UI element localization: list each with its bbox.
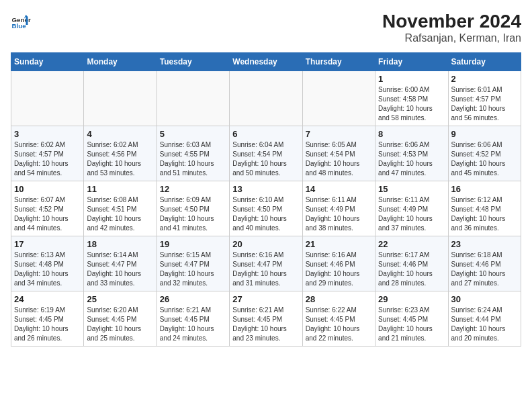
day-number: 21	[306, 239, 372, 249]
weekday-header-monday: Monday	[84, 53, 157, 71]
day-number: 8	[378, 129, 445, 139]
calendar-cell: 9Sunrise: 6:06 AMSunset: 4:52 PMDaylight…	[448, 126, 521, 181]
calendar-cell	[230, 71, 302, 126]
calendar-cell: 2Sunrise: 6:01 AMSunset: 4:57 PMDaylight…	[448, 71, 521, 126]
calendar-cell: 12Sunrise: 6:09 AMSunset: 4:50 PMDayligh…	[157, 181, 229, 236]
day-number: 4	[87, 129, 153, 139]
calendar-table: SundayMondayTuesdayWednesdayThursdayFrid…	[11, 52, 521, 347]
day-info: Sunrise: 6:09 AMSunset: 4:50 PMDaylight:…	[160, 195, 226, 233]
calendar-cell: 19Sunrise: 6:15 AMSunset: 4:47 PMDayligh…	[157, 236, 229, 291]
day-info: Sunrise: 6:03 AMSunset: 4:55 PMDaylight:…	[160, 140, 226, 178]
day-info: Sunrise: 6:15 AMSunset: 4:47 PMDaylight:…	[160, 250, 226, 288]
day-info: Sunrise: 6:21 AMSunset: 4:45 PMDaylight:…	[160, 306, 226, 343]
page-header: General Blue November 2024 Rafsanjan, Ke…	[11, 11, 521, 44]
calendar-cell: 4Sunrise: 6:02 AMSunset: 4:56 PMDaylight…	[84, 126, 157, 181]
day-info: Sunrise: 6:02 AMSunset: 4:56 PMDaylight:…	[87, 140, 153, 178]
day-info: Sunrise: 6:01 AMSunset: 4:57 PMDaylight:…	[451, 85, 518, 123]
calendar-cell: 8Sunrise: 6:06 AMSunset: 4:53 PMDaylight…	[375, 126, 448, 181]
day-number: 24	[14, 294, 81, 304]
page-subtitle: Rafsanjan, Kerman, Iran	[382, 32, 521, 44]
day-info: Sunrise: 6:13 AMSunset: 4:48 PMDaylight:…	[14, 250, 81, 288]
day-number: 17	[14, 239, 81, 249]
day-number: 18	[87, 239, 153, 249]
day-number: 3	[14, 129, 81, 139]
day-number: 6	[232, 129, 299, 139]
weekday-header-saturday: Saturday	[448, 53, 521, 71]
weekday-header-tuesday: Tuesday	[157, 53, 229, 71]
day-info: Sunrise: 6:02 AMSunset: 4:57 PMDaylight:…	[14, 140, 81, 178]
day-info: Sunrise: 6:17 AMSunset: 4:46 PMDaylight:…	[378, 250, 445, 288]
day-info: Sunrise: 6:21 AMSunset: 4:45 PMDaylight:…	[232, 306, 299, 343]
page-title: November 2024	[382, 11, 521, 32]
day-info: Sunrise: 6:22 AMSunset: 4:45 PMDaylight:…	[306, 306, 372, 343]
day-number: 22	[378, 239, 445, 249]
day-number: 1	[378, 74, 445, 84]
day-info: Sunrise: 6:06 AMSunset: 4:52 PMDaylight:…	[451, 140, 518, 178]
day-info: Sunrise: 6:12 AMSunset: 4:48 PMDaylight:…	[451, 195, 518, 233]
day-number: 19	[160, 239, 226, 249]
day-number: 25	[87, 294, 153, 304]
day-number: 2	[451, 74, 518, 84]
day-number: 30	[451, 294, 518, 304]
day-info: Sunrise: 6:19 AMSunset: 4:45 PMDaylight:…	[14, 306, 81, 343]
calendar-cell: 11Sunrise: 6:08 AMSunset: 4:51 PMDayligh…	[84, 181, 157, 236]
calendar-cell: 16Sunrise: 6:12 AMSunset: 4:48 PMDayligh…	[448, 181, 521, 236]
day-number: 23	[451, 239, 518, 249]
day-info: Sunrise: 6:00 AMSunset: 4:58 PMDaylight:…	[378, 85, 445, 123]
calendar-cell: 10Sunrise: 6:07 AMSunset: 4:52 PMDayligh…	[11, 181, 84, 236]
calendar-cell: 3Sunrise: 6:02 AMSunset: 4:57 PMDaylight…	[11, 126, 84, 181]
calendar-cell: 25Sunrise: 6:20 AMSunset: 4:45 PMDayligh…	[84, 291, 157, 347]
day-info: Sunrise: 6:11 AMSunset: 4:49 PMDaylight:…	[306, 195, 372, 233]
calendar-cell: 14Sunrise: 6:11 AMSunset: 4:49 PMDayligh…	[302, 181, 375, 236]
calendar-cell	[11, 71, 84, 126]
calendar-cell: 27Sunrise: 6:21 AMSunset: 4:45 PMDayligh…	[230, 291, 302, 347]
day-info: Sunrise: 6:18 AMSunset: 4:46 PMDaylight:…	[451, 250, 518, 288]
calendar-cell	[302, 71, 375, 126]
day-number: 29	[378, 294, 445, 304]
calendar-cell: 5Sunrise: 6:03 AMSunset: 4:55 PMDaylight…	[157, 126, 229, 181]
day-number: 27	[232, 294, 299, 304]
title-block: November 2024 Rafsanjan, Kerman, Iran	[382, 11, 521, 44]
day-info: Sunrise: 6:05 AMSunset: 4:54 PMDaylight:…	[306, 140, 372, 178]
weekday-header-wednesday: Wednesday	[230, 53, 302, 71]
logo-icon: General Blue	[11, 11, 31, 31]
day-info: Sunrise: 6:11 AMSunset: 4:49 PMDaylight:…	[378, 195, 445, 233]
day-info: Sunrise: 6:08 AMSunset: 4:51 PMDaylight:…	[87, 195, 153, 233]
day-number: 9	[451, 129, 518, 139]
day-info: Sunrise: 6:14 AMSunset: 4:47 PMDaylight:…	[87, 250, 153, 288]
day-info: Sunrise: 6:20 AMSunset: 4:45 PMDaylight:…	[87, 306, 153, 343]
day-number: 15	[378, 184, 445, 194]
weekday-header-thursday: Thursday	[302, 53, 375, 71]
calendar-cell: 13Sunrise: 6:10 AMSunset: 4:50 PMDayligh…	[230, 181, 302, 236]
day-info: Sunrise: 6:04 AMSunset: 4:54 PMDaylight:…	[232, 140, 299, 178]
day-number: 28	[306, 294, 372, 304]
day-number: 5	[160, 129, 226, 139]
calendar-cell: 26Sunrise: 6:21 AMSunset: 4:45 PMDayligh…	[157, 291, 229, 347]
day-number: 20	[232, 239, 299, 249]
calendar-cell: 21Sunrise: 6:16 AMSunset: 4:46 PMDayligh…	[302, 236, 375, 291]
calendar-cell: 6Sunrise: 6:04 AMSunset: 4:54 PMDaylight…	[230, 126, 302, 181]
calendar-cell: 22Sunrise: 6:17 AMSunset: 4:46 PMDayligh…	[375, 236, 448, 291]
logo: General Blue	[11, 11, 31, 31]
calendar-cell	[157, 71, 229, 126]
calendar-cell: 20Sunrise: 6:16 AMSunset: 4:47 PMDayligh…	[230, 236, 302, 291]
weekday-header-friday: Friday	[375, 53, 448, 71]
day-number: 16	[451, 184, 518, 194]
calendar-cell: 23Sunrise: 6:18 AMSunset: 4:46 PMDayligh…	[448, 236, 521, 291]
day-number: 7	[306, 129, 372, 139]
day-number: 13	[232, 184, 299, 194]
calendar-cell: 29Sunrise: 6:23 AMSunset: 4:45 PMDayligh…	[375, 291, 448, 347]
calendar-cell	[84, 71, 157, 126]
day-number: 12	[160, 184, 226, 194]
day-info: Sunrise: 6:16 AMSunset: 4:46 PMDaylight:…	[306, 250, 372, 288]
weekday-header-sunday: Sunday	[11, 53, 84, 71]
day-info: Sunrise: 6:10 AMSunset: 4:50 PMDaylight:…	[232, 195, 299, 233]
calendar-cell: 30Sunrise: 6:24 AMSunset: 4:44 PMDayligh…	[448, 291, 521, 347]
svg-text:Blue: Blue	[12, 22, 27, 30]
calendar-cell: 1Sunrise: 6:00 AMSunset: 4:58 PMDaylight…	[375, 71, 448, 126]
day-number: 11	[87, 184, 153, 194]
calendar-cell: 18Sunrise: 6:14 AMSunset: 4:47 PMDayligh…	[84, 236, 157, 291]
calendar-cell: 7Sunrise: 6:05 AMSunset: 4:54 PMDaylight…	[302, 126, 375, 181]
day-info: Sunrise: 6:23 AMSunset: 4:45 PMDaylight:…	[378, 306, 445, 343]
day-info: Sunrise: 6:24 AMSunset: 4:44 PMDaylight:…	[451, 306, 518, 343]
